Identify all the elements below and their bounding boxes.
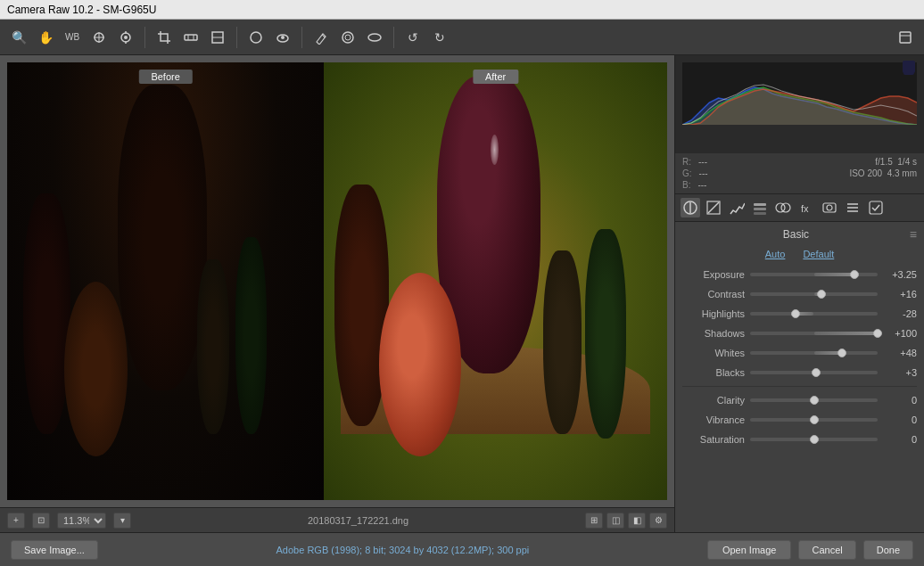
- vibrance-row: Vibrance 0: [675, 410, 924, 430]
- done-btn[interactable]: Done: [863, 540, 913, 560]
- clarity-value: 0: [883, 395, 917, 406]
- toggle-fullscreen-btn[interactable]: [894, 26, 917, 49]
- svg-point-36: [827, 205, 832, 210]
- before-after-btn[interactable]: ⊞: [585, 513, 603, 529]
- rotate-ccw-btn[interactable]: ↺: [401, 26, 425, 49]
- image-panel[interactable]: Before After: [7, 62, 667, 500]
- contrast-track[interactable]: [750, 292, 878, 296]
- vase-round-before: [64, 282, 128, 456]
- whites-value: +48: [883, 348, 917, 358]
- white-balance-tool[interactable]: WB: [61, 26, 84, 49]
- canvas-area: Before After: [0, 55, 674, 532]
- before-image: [7, 62, 324, 500]
- snapshots-btn[interactable]: [866, 198, 886, 217]
- adjust-panel: Basic ≡ Auto Default Exposure +3.25 Cont…: [675, 222, 924, 532]
- hsl-btn[interactable]: [750, 198, 770, 217]
- hand-tool[interactable]: ✋: [34, 26, 57, 49]
- radial-filter-tool[interactable]: [363, 26, 386, 49]
- svg-rect-7: [185, 35, 197, 40]
- after-panel: After: [324, 62, 667, 500]
- transform-tool[interactable]: [206, 26, 229, 49]
- shutter-value: 1/4 s: [897, 157, 917, 167]
- rotate-cw-btn[interactable]: ↻: [428, 26, 451, 49]
- clarity-track[interactable]: [750, 398, 878, 402]
- presets-btn[interactable]: [843, 198, 862, 217]
- svg-rect-31: [754, 212, 766, 215]
- vase-left-before: [23, 193, 70, 434]
- panel-menu-btn[interactable]: ≡: [910, 227, 917, 242]
- contrast-value: +16: [883, 289, 917, 299]
- svg-point-18: [368, 34, 381, 41]
- separator-1: [144, 27, 145, 48]
- r-value: ---: [698, 157, 707, 167]
- before-panel: Before: [7, 62, 324, 500]
- split-toning-btn[interactable]: [773, 198, 793, 217]
- camera-calibration-btn[interactable]: [820, 198, 839, 217]
- shadows-track[interactable]: [750, 332, 878, 335]
- panel-tools-strip: fx: [675, 194, 924, 222]
- highlights-row: Highlights -28: [675, 304, 924, 324]
- graduated-filter-tool[interactable]: [336, 26, 359, 49]
- saturation-value: 0: [883, 434, 917, 445]
- focal-value: 4.3 mm: [887, 168, 917, 178]
- zoom-tool[interactable]: 🔍: [7, 26, 30, 49]
- histogram-chart: [682, 62, 917, 125]
- vase-round-after: [379, 273, 461, 456]
- preview-btn[interactable]: ◫: [606, 513, 624, 529]
- crop-tool[interactable]: [153, 26, 176, 49]
- clarity-label: Clarity: [682, 395, 745, 406]
- vibrance-label: Vibrance: [682, 414, 745, 425]
- contrast-row: Contrast +16: [675, 284, 924, 304]
- exposure-track[interactable]: [750, 273, 878, 276]
- highlights-track[interactable]: [750, 312, 878, 316]
- zoom-select[interactable]: 11.3%: [57, 513, 106, 529]
- svg-rect-29: [754, 203, 766, 206]
- open-image-btn[interactable]: Open Image: [707, 540, 792, 560]
- svg-point-32: [776, 203, 785, 212]
- iso-label: ISO: [849, 168, 864, 178]
- tone-curve-btn[interactable]: [704, 198, 723, 217]
- exif-info: R: --- G: --- B: --- f/1.5 1/4 s ISO 200…: [675, 153, 924, 194]
- cancel-btn[interactable]: Cancel: [798, 540, 855, 560]
- highlights-label: Highlights: [682, 308, 745, 319]
- b-label: B:: [682, 180, 690, 190]
- compare-btn[interactable]: ◧: [628, 513, 646, 529]
- separator-2: [236, 27, 237, 48]
- iso-value: 200: [867, 168, 882, 178]
- targeted-adjustment-tool[interactable]: [114, 26, 137, 49]
- fit-view-btn[interactable]: ⊡: [32, 513, 50, 529]
- b-value: ---: [697, 180, 706, 190]
- detail-btn[interactable]: [727, 198, 747, 217]
- saturation-track[interactable]: [750, 438, 878, 441]
- auto-link[interactable]: Auto: [765, 249, 786, 259]
- main-content: Before After: [0, 55, 924, 532]
- settings-btn[interactable]: ⚙: [649, 513, 667, 529]
- main-toolbar: 🔍 ✋ WB ↺ ↻: [0, 20, 924, 55]
- whites-label: Whites: [682, 348, 745, 358]
- basic-panel-btn[interactable]: [681, 198, 700, 217]
- vibrance-track[interactable]: [750, 418, 878, 422]
- status-right-btns: ⊞ ◫ ◧ ⚙: [585, 513, 667, 529]
- spot-removal-tool[interactable]: [244, 26, 268, 49]
- svg-point-16: [342, 32, 353, 43]
- panel-header: Basic ≡: [675, 226, 924, 243]
- histogram-clip-indicator[interactable]: [903, 61, 915, 73]
- g-label: G:: [682, 168, 692, 178]
- blacks-track[interactable]: [750, 371, 878, 374]
- zoom-dropdown-btn[interactable]: ▾: [113, 513, 131, 529]
- adjustment-brush-tool[interactable]: [309, 26, 333, 49]
- color-sampler-tool[interactable]: [87, 26, 111, 49]
- add-view-btn[interactable]: +: [7, 513, 25, 529]
- svg-point-33: [781, 203, 790, 212]
- exposure-value: +3.25: [883, 269, 917, 280]
- straighten-tool[interactable]: [179, 26, 202, 49]
- after-image: [324, 62, 667, 500]
- svg-rect-40: [870, 201, 882, 214]
- histogram: [675, 55, 924, 153]
- effects-btn[interactable]: fx: [796, 198, 816, 217]
- red-eye-tool[interactable]: [271, 26, 294, 49]
- save-image-btn[interactable]: Save Image...: [11, 540, 98, 560]
- whites-track[interactable]: [750, 351, 878, 355]
- separator-4: [393, 27, 394, 48]
- default-link[interactable]: Default: [803, 249, 834, 259]
